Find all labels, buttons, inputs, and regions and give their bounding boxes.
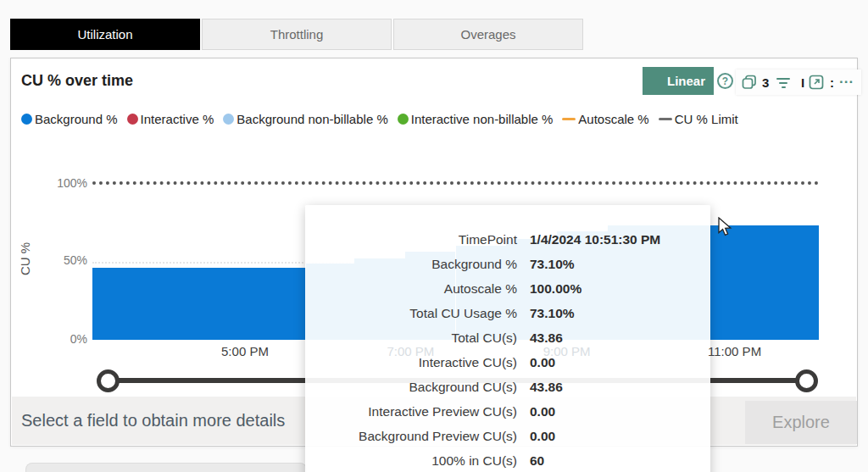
legend-item[interactable]: Interactive non-billable % xyxy=(398,112,554,126)
tooltip-row: Interactive Preview CU(s)0.00 xyxy=(305,399,710,424)
legend-dot-icon xyxy=(21,114,32,125)
filter-icon[interactable] xyxy=(776,78,790,91)
more-options-icon[interactable]: ... xyxy=(839,70,854,87)
tooltip-row-value: 100.00% xyxy=(530,281,581,297)
y-tick-100: 100% xyxy=(36,176,87,190)
legend-dot-icon xyxy=(223,114,234,125)
tooltip-row-label: Interactive Preview CU(s) xyxy=(305,404,517,419)
page-title: CU % over time xyxy=(21,72,133,90)
legend-item-label: Background non-billable % xyxy=(236,112,387,126)
y-axis-title: CU % xyxy=(18,238,32,280)
legend-item-label: CU % Limit xyxy=(675,112,738,126)
timepoint-tooltip: TimePoint1/4/2024 10:51:30 PMBackground … xyxy=(305,205,710,472)
tooltip-row: Autoscale %100.00% xyxy=(305,276,710,301)
screen-artifact: I xyxy=(801,75,804,90)
legend-item-label: Background % xyxy=(35,112,118,126)
tooltip-row-value: 0.00 xyxy=(530,404,555,419)
tooltip-row: Background %73.10% xyxy=(305,252,710,276)
tooltip-row-value: 43.86 xyxy=(530,380,563,395)
tooltip-row: Total CU Usage %73.10% xyxy=(305,301,710,325)
tooltip-row-value: 0.00 xyxy=(530,355,555,370)
legend-line-icon xyxy=(659,118,672,120)
help-icon[interactable]: ? xyxy=(717,73,733,89)
tooltip-row-label: Interactive CU(s) xyxy=(305,355,517,370)
legend: Background %Interactive %Background non-… xyxy=(21,112,738,126)
tooltip-row-value: 60 xyxy=(530,453,544,469)
tooltip-row-value: 0.00 xyxy=(530,429,555,444)
tooltip-row-label: Background CU(s) xyxy=(305,380,517,395)
tooltip-row-label: TimePoint xyxy=(305,232,517,247)
slider-handle-right[interactable] xyxy=(795,369,818,392)
y-tick-50: 50% xyxy=(36,253,87,267)
legend-item-label: Interactive non-billable % xyxy=(411,112,554,126)
legend-item[interactable]: Interactive % xyxy=(127,112,214,126)
y-tick-0: 0% xyxy=(36,332,87,346)
x-tick-label: 5:00 PM xyxy=(221,344,269,358)
focus-mode-icon[interactable] xyxy=(809,75,824,93)
tooltip-row: Total CU(s)43.86 xyxy=(305,325,710,350)
tooltip-row-value: 73.10% xyxy=(530,306,575,321)
details-hint-text: Select a field to obtain more details xyxy=(21,411,285,430)
tooltip-row-label: Total CU(s) xyxy=(305,330,517,346)
tooltip-row-label: Background % xyxy=(305,257,517,272)
tooltip-row-label: 100% in CU(s) xyxy=(305,453,517,469)
slider-handle-left[interactable] xyxy=(97,369,120,392)
tooltip-row-value: 43.86 xyxy=(530,330,563,346)
legend-item-label: Autoscale % xyxy=(578,112,648,126)
copy-icon[interactable] xyxy=(742,75,757,93)
screen-artifact: : xyxy=(830,75,834,90)
tooltip-row-value: 73.10% xyxy=(530,257,575,272)
legend-dot-icon xyxy=(398,114,409,125)
x-tick-label: 11:00 PM xyxy=(708,344,761,358)
tooltip-row: TimePoint1/4/2024 10:51:30 PM xyxy=(305,227,710,252)
explore-button[interactable]: Explore xyxy=(745,401,857,444)
tooltip-row: Interactive CU(s)0.00 xyxy=(305,350,710,375)
tooltip-row: Background CU(s)43.86 xyxy=(305,375,710,399)
legend-item[interactable]: Background % xyxy=(21,112,118,126)
tooltip-row-label: Autoscale % xyxy=(305,281,517,297)
tooltip-row-label: Total CU Usage % xyxy=(305,306,517,321)
tab-overages[interactable]: Overages xyxy=(393,19,583,50)
tooltip-row-value: 1/4/2024 10:51:30 PM xyxy=(530,232,660,247)
background-percent-area-segment[interactable] xyxy=(92,268,306,340)
tab-utilization[interactable]: Utilization xyxy=(10,19,200,50)
linear-scale-button[interactable]: Linear xyxy=(643,67,714,95)
screen-artifact: 3 xyxy=(762,75,769,90)
tooltip-row: Background Preview CU(s)0.00 xyxy=(305,424,710,448)
legend-item[interactable]: CU % Limit xyxy=(659,112,738,126)
tab-throttling[interactable]: Throttling xyxy=(202,19,392,50)
next-visual-edge xyxy=(25,463,307,472)
legend-dot-icon xyxy=(127,114,138,125)
tooltip-row: 100% in CU(s)60 xyxy=(305,448,710,472)
legend-item-label: Interactive % xyxy=(141,112,214,126)
legend-item[interactable]: Autoscale % xyxy=(562,112,648,126)
legend-item[interactable]: Background non-billable % xyxy=(223,112,387,126)
tooltip-row-label: Background Preview CU(s) xyxy=(305,429,517,444)
legend-line-icon xyxy=(562,118,576,120)
cu-limit-line xyxy=(92,181,819,185)
